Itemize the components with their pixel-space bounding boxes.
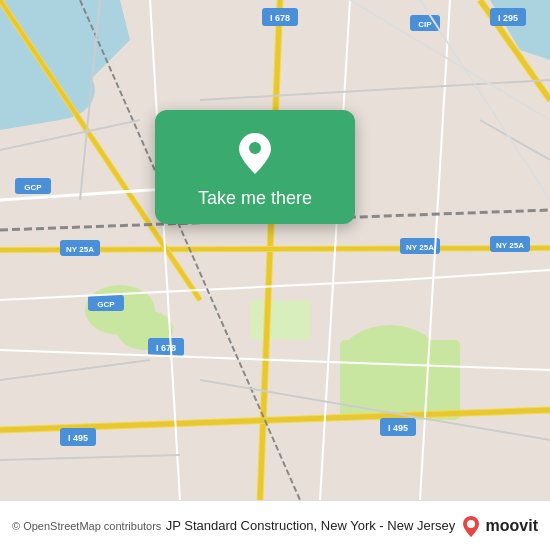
svg-text:GCP: GCP [24, 183, 42, 192]
svg-text:I 678: I 678 [270, 13, 290, 23]
svg-text:I 678: I 678 [156, 343, 176, 353]
moovit-label: moovit [486, 517, 538, 535]
location-pin-icon [233, 130, 277, 174]
map-container: I 678 I 678 I 678 I 295 I 495 I 495 NY 2… [0, 0, 550, 500]
svg-text:I 495: I 495 [388, 423, 408, 433]
svg-text:NY 25A: NY 25A [496, 241, 524, 250]
svg-point-8 [340, 325, 440, 395]
svg-point-67 [467, 520, 475, 528]
svg-point-66 [249, 142, 261, 154]
svg-text:NY 25A: NY 25A [66, 245, 94, 254]
take-me-there-button[interactable]: Take me there [198, 188, 312, 209]
location-card[interactable]: Take me there [155, 110, 355, 224]
moovit-logo: moovit [460, 515, 538, 537]
svg-text:CIP: CIP [418, 20, 432, 29]
svg-text:GCP: GCP [97, 300, 115, 309]
footer-bar: © OpenStreetMap contributors JP Standard… [0, 500, 550, 550]
osm-credit: © OpenStreetMap contributors [12, 520, 161, 532]
osm-credit-text: © OpenStreetMap contributors [12, 520, 161, 532]
svg-text:I 295: I 295 [498, 13, 518, 23]
svg-point-3 [15, 60, 95, 120]
svg-text:I 495: I 495 [68, 433, 88, 443]
moovit-pin-icon [460, 515, 482, 537]
location-title: JP Standard Construction, New York - New… [161, 518, 459, 533]
svg-rect-9 [250, 300, 310, 340]
svg-text:NY 25A: NY 25A [406, 243, 434, 252]
map-background: I 678 I 678 I 678 I 295 I 495 I 495 NY 2… [0, 0, 550, 500]
